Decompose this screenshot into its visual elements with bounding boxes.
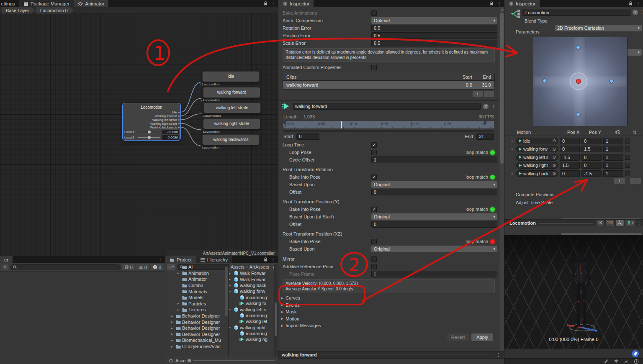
motion-node[interactable]: walking forward Locomotion (203, 87, 260, 98)
folder-item[interactable]: ▸ Behavior Designer (165, 325, 228, 331)
blend-space-graph[interactable] (533, 37, 628, 126)
asset-item[interactable]: walking fo (229, 300, 273, 306)
scale-error-field[interactable]: 0.5 (371, 40, 497, 46)
tab-settings[interactable]: ettings (0, 0, 19, 7)
scrollbar-thumb[interactable] (500, 13, 504, 164)
foldout[interactable]: ▶Curves (278, 295, 499, 302)
console-error-badge[interactable]: 0 (151, 264, 163, 270)
collab-status-icon[interactable] (614, 359, 619, 364)
asset-label-icon[interactable] (632, 350, 639, 357)
timeline-playhead[interactable] (341, 121, 342, 128)
asset-item[interactable]: Walk Forwar (229, 270, 273, 276)
folder-item[interactable]: ▸ Textures (165, 307, 228, 313)
drag-handle-icon[interactable]: = (510, 155, 514, 159)
cycle-offset-field[interactable]: 1 (371, 156, 497, 163)
folder-item[interactable]: ▸ Combo (165, 282, 228, 289)
folder-item[interactable]: ▸ Behavior Designer (165, 331, 228, 338)
object-picker-icon[interactable]: ⊙ (553, 147, 556, 151)
foldout-arrow-icon[interactable]: ▸ (171, 338, 175, 342)
console-warning-badge[interactable]: 0 (136, 264, 149, 270)
mirror-checkbox[interactable] (625, 163, 630, 168)
foldout-arrow-icon[interactable]: ▸ (177, 302, 181, 305)
paintbrush-status-icon[interactable] (604, 359, 609, 364)
localx-slider-track[interactable] (138, 132, 160, 132)
foldout-arrow-icon[interactable] (229, 308, 232, 311)
folder-item[interactable]: ▸ AI (165, 264, 228, 270)
motion-field[interactable]: walking forw ⊙ (516, 146, 558, 152)
asset-item[interactable]: walking forw (229, 288, 273, 294)
posy-offset-field[interactable]: 0 (371, 221, 497, 228)
preview-viewport[interactable]: 0:00 (000.0%) Frame 0 (504, 235, 643, 349)
folder-item[interactable]: ▸ Models (165, 295, 228, 301)
asset-item[interactable]: walking left s (229, 306, 273, 312)
loop-time-check[interactable] (371, 142, 377, 148)
asset-item[interactable]: walking right (229, 325, 273, 331)
motion-row[interactable]: = walking forw ⊙ 0 1.5 1 (510, 145, 643, 153)
preview-collapsed-bar[interactable]: walking forward ⋮ (278, 351, 504, 359)
help-icon[interactable]: ? (483, 104, 489, 109)
blendtree-node-locomotion[interactable]: Locomotion Idle Walking forward Walking … (122, 103, 181, 141)
clip-menu-icon[interactable]: ⋮ (491, 104, 496, 109)
pos-y-field[interactable]: -1.5 (581, 170, 602, 177)
motion-node[interactable]: walking right strafe Locomotion (203, 118, 260, 129)
pos-y-field[interactable]: 0 (581, 162, 602, 169)
drag-handle-icon[interactable]: = (510, 172, 514, 176)
blend-type-dropdown[interactable]: 2D Freeform Cartesian (555, 25, 642, 31)
add-motion-button[interactable]: + (614, 178, 625, 184)
2d-toggle[interactable]: 2D (606, 220, 615, 226)
blendtree-port[interactable]: Walking left strafe (123, 118, 180, 122)
pos-x-field[interactable]: 0 (560, 138, 580, 144)
asset-item[interactable]: walking lef (229, 318, 273, 324)
pos-x-field[interactable]: 0 (560, 170, 580, 177)
animator-menu-icon[interactable]: ⋮ (271, 1, 275, 6)
zoom-slider-handle[interactable] (188, 359, 191, 362)
pos-x-field[interactable]: 1.5 (560, 162, 580, 169)
tree-scrollbar-thumb[interactable] (225, 267, 228, 316)
tab-package-manager[interactable]: Package Manager (19, 0, 74, 7)
add-clip-button[interactable]: + (473, 91, 483, 97)
tab-hierarchy[interactable]: Hierarchy (196, 256, 232, 263)
breadcrumb-base-layer[interactable]: Base Layer (2, 7, 35, 14)
foldout[interactable]: ▶Events (278, 302, 499, 309)
pos-x-field[interactable]: 0 (560, 146, 580, 152)
localx-value[interactable]: -0.0086 (162, 130, 179, 134)
posxz-bake-checkbox[interactable] (371, 239, 377, 244)
pos-x-field[interactable]: -1.5 (560, 154, 580, 161)
mirror-checkbox[interactable] (625, 138, 630, 144)
rot-based-upon-dropdown[interactable]: Original (371, 181, 497, 188)
object-picker-icon[interactable]: ⊙ (553, 138, 556, 143)
localz-value[interactable]: -0.0086 (162, 135, 179, 140)
preview-menu-icon[interactable]: ⋮ (637, 220, 641, 225)
motion-field[interactable]: walking back ⊙ (516, 170, 558, 177)
localx-slider[interactable]: LocalX -0.0086 (123, 129, 180, 135)
breadcrumb-locomotion-0[interactable]: Locomotion 0 (36, 7, 74, 14)
folder-item[interactable]: ▸ Animator (165, 276, 228, 282)
motion-field[interactable]: walking left s ⊙ (516, 154, 558, 161)
tab-animator[interactable]: Animator (74, 0, 108, 7)
clip-start-field[interactable]: 0 (296, 133, 319, 140)
foldout-arrow-icon[interactable]: ▸ (171, 332, 175, 336)
rot-bake-checkbox[interactable] (371, 174, 377, 180)
preview-header[interactable]: Locomotion IK 2D ▾ ⋮ (504, 219, 643, 226)
motion-row[interactable]: = walking back ⊙ 0 -1.5 1 (510, 169, 643, 177)
posy-based-upon-dropdown[interactable]: Original (371, 213, 497, 220)
object-picker-icon[interactable]: ⊙ (553, 155, 556, 159)
tab-inspector-mid[interactable]: Inspector (278, 0, 314, 7)
console-search-input[interactable] (10, 264, 121, 270)
motion-row[interactable]: = idle ⊙ 0 0 1 (510, 137, 643, 145)
asset-item[interactable]: Walk Forwar (229, 276, 273, 282)
folder-item[interactable]: ▸ CLazyRunnerActio (165, 343, 228, 350)
asset-item[interactable]: mixamorig: (229, 331, 273, 336)
crumb-artassets[interactable]: ArtAssets (249, 264, 269, 269)
inspector-scrollbar[interactable]: ▲ (499, 7, 504, 351)
object-picker-icon[interactable]: ⊙ (553, 163, 556, 168)
pose-frame-field[interactable]: 0 (371, 271, 497, 277)
speed-field[interactable]: 1 (603, 154, 623, 161)
folder-item[interactable]: ▸ Biomechanical_Mu (165, 337, 228, 343)
posxz-based-upon-dropdown[interactable]: Original (371, 246, 497, 252)
tab-inspector-right[interactable]: Inspector (504, 0, 540, 7)
motion-row[interactable]: = walking right ⊙ 1.5 0 1 (510, 161, 643, 169)
drag-handle-icon[interactable]: = (510, 147, 514, 151)
mirror-checkbox[interactable] (371, 256, 377, 262)
motion-field[interactable]: idle ⊙ (516, 138, 558, 144)
